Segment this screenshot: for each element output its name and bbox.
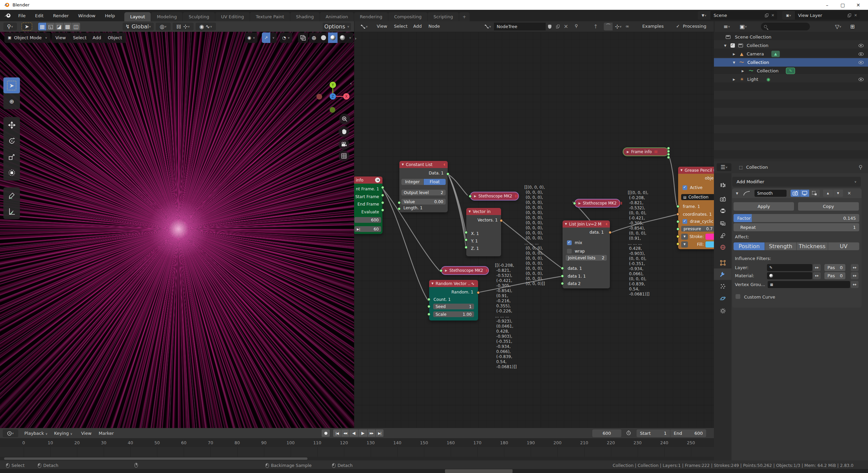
tab-particles-icon[interactable] (714, 280, 731, 292)
material-field[interactable] (767, 272, 812, 279)
modifier-move-down-button[interactable]: ▼ (833, 190, 843, 197)
overlays-dropdown[interactable]: ◔∨ (280, 32, 292, 43)
tab-uv-editing[interactable]: UV Editing (215, 12, 250, 21)
select-mode-extend[interactable]: ◱ (47, 23, 55, 30)
nodetree-unlink-icon[interactable]: ✕ (562, 23, 570, 30)
gp-pressure-field[interactable]: pressure0.7 (681, 226, 714, 232)
collapse-icon[interactable]: ◄ (375, 178, 380, 183)
timeline-menu-marker[interactable]: Marker (99, 431, 114, 436)
viewport-zoom-button[interactable] (339, 114, 350, 124)
shading-material-icon[interactable] (328, 32, 338, 43)
record-button[interactable] (322, 429, 330, 437)
tab-scene-icon[interactable] (714, 230, 731, 241)
jump-start-button[interactable]: |◀ (333, 429, 341, 437)
proportional-edit-dropdown[interactable]: ◉∿∨ (196, 23, 216, 30)
node-stethoscope-2[interactable]: ▶Stethoscope MK2II (441, 266, 489, 275)
hide-eye-icon[interactable] (859, 61, 864, 64)
viewport-menu-add[interactable]: Add (89, 32, 105, 43)
viewport-menu-view[interactable]: View (51, 32, 70, 43)
material-pass-field[interactable]: Pas0 (824, 272, 845, 279)
pivot-point-dropdown[interactable]: ◎∨ (156, 23, 171, 30)
node-menu-view[interactable]: View (377, 24, 387, 29)
node-stethoscope-3[interactable]: ▶Stethoscope MK2II (574, 199, 620, 208)
copy-button[interactable]: Copy (798, 202, 859, 211)
material-pass-invert-icon[interactable]: ↔ (851, 272, 859, 279)
timeline-menu-playback[interactable]: Playback ∨ (24, 431, 48, 436)
node-vector-in[interactable]: ▼Vector in Vectors. 1 X. 1 Y. 1 Z. 1 (466, 208, 501, 256)
end-frame-field[interactable]: End600 (670, 429, 706, 437)
hide-eye-icon[interactable] (859, 44, 864, 47)
view-layer-copy-icon[interactable] (848, 14, 851, 18)
tool-cursor[interactable]: ⊕ (3, 93, 20, 109)
outliner-filter-type-dropdown[interactable]: ▣∨ (737, 23, 750, 30)
gp-fill-color-swatch[interactable] (705, 241, 714, 247)
timeline-scrollbar[interactable] (0, 457, 714, 460)
apply-button[interactable]: Apply (734, 202, 794, 211)
constant-list-value[interactable]: Value0.00 (401, 199, 446, 205)
timeline-ruler[interactable]: 0102030405060708090100110120130140150160… (0, 438, 714, 447)
gp-stroke-expand[interactable]: ▼ (681, 234, 688, 240)
viewport-menu-object[interactable]: Object (104, 32, 126, 43)
viewport-menu-select[interactable]: Select (69, 32, 91, 43)
modifier-delete-button[interactable]: ✕ (847, 191, 851, 196)
select-mode-invert[interactable]: ▩ (64, 23, 72, 30)
node-stethoscope-1[interactable]: ▶Stethoscope MK2II (470, 192, 519, 200)
tool-scale[interactable] (3, 149, 20, 165)
tab-animation[interactable]: Animation (320, 12, 354, 21)
shading-wireframe-icon[interactable]: ⊕ (309, 32, 319, 43)
gizmo-dropdown[interactable]: ↗∨ (262, 32, 277, 43)
tab-tool-icon[interactable] (714, 179, 731, 191)
tab-shading[interactable]: Shading (290, 12, 320, 21)
list-join-level[interactable]: JoinLevel lists2 (566, 255, 607, 261)
modifier-move-up-button[interactable]: ▲ (823, 190, 833, 197)
select-mode-intersect[interactable]: ◫ (72, 23, 80, 30)
snap-toggle[interactable]: 𝍌⊹∨ (173, 23, 194, 30)
show-gizmo-icon[interactable]: ↗ (262, 32, 270, 43)
timeline-editor-type-dropdown[interactable]: ∨ (3, 429, 18, 437)
tab-compositing[interactable]: Compositing (388, 12, 427, 21)
outliner-filter-dropdown[interactable]: ▽∨ (831, 23, 846, 30)
outliner-row-collection[interactable]: ▼ ✓ Collection (714, 41, 868, 50)
nodetree-type-icon[interactable]: ∨ (482, 23, 494, 30)
camera-data-badge[interactable]: ▲ (771, 51, 780, 57)
view-layer-name-field[interactable]: View Layer✕ (795, 11, 860, 20)
nodetree-copy-icon[interactable] (554, 23, 562, 30)
node-frame-info-pill[interactable]: ▶Frame infoII (623, 147, 669, 156)
scene-icon[interactable]: ▼∨ (698, 11, 711, 20)
window-minimize-button[interactable]: – (819, 2, 835, 8)
layer-pass-field[interactable]: Pas0 (824, 264, 845, 271)
tab-texture-paint[interactable]: Texture Paint (250, 12, 290, 21)
transform-orientation-dropdown[interactable]: ↯ Global∨ (123, 23, 154, 30)
viewport-3d[interactable]: ▣Object Mode∨ View Select Add Object ◉∨ … (0, 32, 354, 428)
node-list-join[interactable]: ▼List Join Lv=2 M⏴ data. 1 mix wrap Join… (563, 220, 610, 288)
active-tool-icon[interactable]: ➤ (22, 23, 32, 30)
light-data-badge[interactable]: ◉ (765, 76, 772, 82)
tab-constraints-icon[interactable] (714, 305, 731, 316)
random-vector-scale[interactable]: Scale1.00 (433, 311, 474, 317)
affect-strength-button[interactable]: Strength (765, 242, 796, 250)
random-vector-seed[interactable]: Seed1 (433, 304, 474, 309)
edit-pencil-badge[interactable]: ✎ (786, 68, 795, 74)
timeline-scrollbar-handle[interactable] (4, 457, 307, 460)
node-constant-list[interactable]: ▼Constant List⏴ Data. 1 Integer Float Ou… (399, 161, 448, 212)
expand-icon[interactable]: ▼ (724, 44, 726, 47)
custom-curve-checkbox[interactable] (736, 294, 740, 299)
select-mode-new[interactable]: ▦ (38, 23, 46, 30)
window-maximize-button[interactable]: ▢ (835, 2, 850, 8)
window-close-button[interactable]: ✕ (850, 2, 866, 8)
current-frame-field[interactable]: 600 (592, 429, 621, 437)
snap-magnet-icon[interactable]: ⌒ (604, 23, 613, 30)
scene-delete-icon[interactable]: ✕ (771, 13, 774, 18)
tab-scripting[interactable]: Scripting (428, 12, 459, 21)
node-grease-pencil[interactable]: ▼Grease Pencil ( obje Active ▤Collection… (678, 167, 714, 249)
node-menu-add[interactable]: Add (413, 24, 422, 29)
parent-tree-icon[interactable]: ↑ (591, 23, 600, 30)
hide-eye-icon[interactable] (859, 52, 864, 56)
modifier-editmode-toggle[interactable] (810, 190, 820, 197)
menu-file[interactable]: File (14, 10, 30, 21)
affect-uv-button[interactable]: UV (828, 242, 859, 250)
menu-help[interactable]: Help (100, 10, 120, 21)
tool-measure[interactable] (3, 203, 20, 219)
play-reverse-button[interactable]: ◀ (349, 429, 358, 437)
next-keyframe-button[interactable]: ▶▶ (368, 429, 375, 437)
